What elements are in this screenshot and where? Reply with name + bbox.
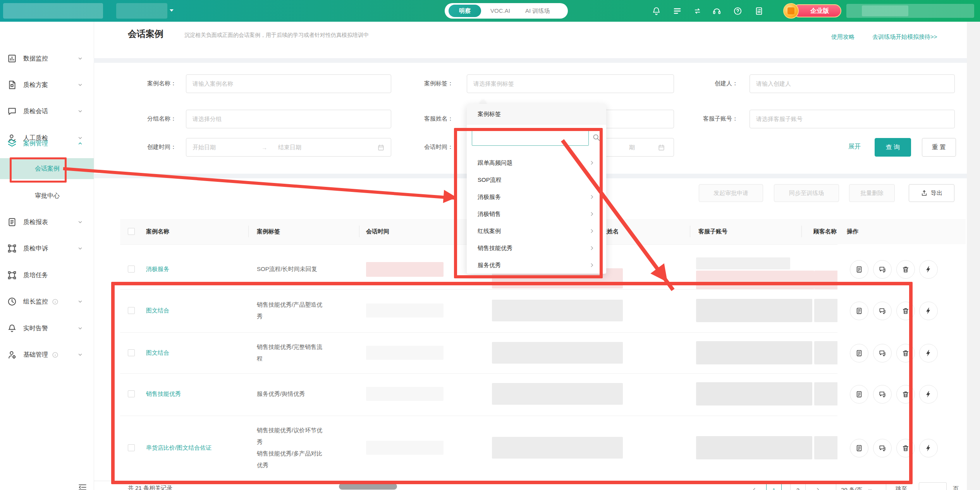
user-account-redacted[interactable] [846,4,974,18]
col-header-session-time: 会话时间 [366,228,389,235]
prev-page-button[interactable]: ‹ [753,485,756,490]
row-checkbox[interactable] [128,444,135,451]
tag-option[interactable]: 消极服务 [467,188,606,205]
case-tag-select[interactable]: 请选择案例标签 [467,74,674,93]
sidebar-collapse-icon[interactable] [77,482,88,490]
case-link[interactable]: 销售技能优秀 [146,390,181,398]
chevron-right-icon [589,245,595,251]
tag-search-input[interactable] [472,129,589,146]
jump-to-label: 跳至 [896,485,907,490]
case-link[interactable]: 图文结合 [146,307,169,314]
case-delete-button[interactable] [896,260,915,279]
case-detail-button[interactable] [850,302,868,320]
row-checkbox[interactable] [128,390,135,397]
case-quick-action-button[interactable] [919,302,938,320]
bell-icon[interactable] [652,7,661,16]
case-detail-button[interactable] [850,439,868,457]
case-name-input[interactable]: 请输入案例名称 [186,74,391,93]
headset-icon[interactable] [712,7,721,16]
tab-vocai[interactable]: VOC.AI [490,7,510,14]
case-comment-button[interactable] [873,260,892,279]
creator-input[interactable]: 请输入创建人 [750,74,955,93]
sidebar-item-basic-management[interactable]: 基础管理 [0,344,94,366]
search-button[interactable]: 查询 [875,138,911,157]
training-ground-link[interactable]: 去训练场开始模拟接待>> [872,33,937,41]
case-quick-action-button[interactable] [919,260,938,279]
tag-option[interactable]: 销售技能优秀 [467,240,606,257]
sidebar-item-leader-monitor[interactable]: 组长监控 [0,291,94,312]
case-delete-button[interactable] [896,385,915,404]
tag-option[interactable]: SOP流程 [467,171,606,188]
changelog-icon[interactable] [755,7,763,16]
divider [248,226,249,237]
sidebar-item-qc-plan[interactable]: 质检方案 [0,74,94,96]
sidebar-subitem-approval-center[interactable]: 审批中心 [0,185,94,206]
agent-account-select[interactable]: 请选择客服子账号 [750,110,955,128]
next-page-button[interactable]: › [817,485,819,490]
menu-icon[interactable] [673,7,682,16]
help-icon[interactable] [733,7,742,16]
create-time-range-picker[interactable]: 开始日期 → 结束日期 [186,138,391,157]
page-size-select[interactable]: 20 条/页 [836,482,886,490]
sidebar-item-qc-appeal[interactable]: 质检申诉 [0,238,94,259]
filter-label-create-time: 创建时间： [116,143,176,151]
redacted-agent-name [492,300,623,321]
case-detail-button[interactable] [850,344,868,362]
scrollbar-track[interactable] [967,22,980,490]
case-delete-button[interactable] [896,302,915,320]
export-button[interactable]: 导出 [909,184,954,202]
row-checkbox[interactable] [128,307,135,314]
sidebar-item-realtime-alert[interactable]: 实时告警 [0,317,94,339]
case-comment-button[interactable] [873,439,892,457]
reset-button[interactable]: 重置 [922,138,956,157]
sync-icon[interactable] [693,7,702,16]
start-date-placeholder: 开始日期 [193,144,216,151]
case-delete-button[interactable] [896,439,915,457]
top-navigation-bar: 明察 VOC.AI AI 训练场 企业版 [0,0,980,22]
redacted-agent-account [696,382,812,405]
tag-option[interactable]: 服务优秀 [467,257,606,274]
group-name-select[interactable]: 请选择分组 [186,110,391,128]
case-quick-action-button[interactable] [919,344,938,362]
sync-to-training-button[interactable]: 同步至训练场 [774,184,839,202]
sidebar-item-qc-session[interactable]: 质检会话 [0,100,94,122]
case-link[interactable]: 图文结合 [146,349,169,357]
expand-filters-link[interactable]: 展开 [848,143,861,151]
tab-mingcha[interactable]: 明察 [449,5,481,17]
sidebar-item-data-monitor[interactable]: 数据监控 [0,48,94,69]
tag-option[interactable]: 红线案例 [467,223,606,240]
case-comment-button[interactable] [873,302,892,320]
redacted-session-time [366,346,444,360]
bell-icon [7,323,17,333]
case-detail-button[interactable] [850,385,868,404]
tag-option[interactable]: 消极销售 [467,205,606,223]
redacted-customer-name [814,341,839,364]
sidebar-item-case-management[interactable]: 案例管理 [0,133,94,154]
sidebar-subitem-session-cases[interactable]: 会话案例 [0,158,94,179]
case-detail-button[interactable] [850,260,868,279]
case-quick-action-button[interactable] [919,439,938,457]
tag-option[interactable]: 跟单高频问题 [467,154,606,171]
batch-delete-button[interactable]: 批量删除 [849,184,895,202]
case-comment-button[interactable] [873,385,892,404]
usage-guide-link[interactable]: 使用攻略 [831,33,854,41]
tab-ai-training[interactable]: AI 训练场 [525,7,550,15]
workspace-switcher-redacted[interactable] [116,3,167,19]
row-checkbox[interactable] [128,349,135,356]
chevron-right-icon [589,262,595,268]
case-delete-button[interactable] [896,344,915,362]
export-label: 导出 [931,190,942,197]
sidebar-item-training-task[interactable]: 质培任务 [0,264,94,286]
case-quick-action-button[interactable] [919,385,938,404]
case-comment-button[interactable] [873,344,892,362]
sidebar-item-qc-report[interactable]: 质检报表 [0,211,94,233]
case-link[interactable]: 串货店比价/图文结合佐证 [146,444,211,452]
start-approval-button[interactable]: 发起审批申请 [699,184,763,202]
case-link[interactable]: 消极服务 [146,266,169,273]
jump-to-input[interactable] [919,482,947,490]
select-all-checkbox[interactable] [128,228,135,235]
page-number-2[interactable]: 2 [790,482,806,490]
horizontal-scrollbar-thumb[interactable] [339,483,397,490]
page-number-1[interactable]: 1 [766,482,782,490]
row-checkbox[interactable] [128,266,135,273]
